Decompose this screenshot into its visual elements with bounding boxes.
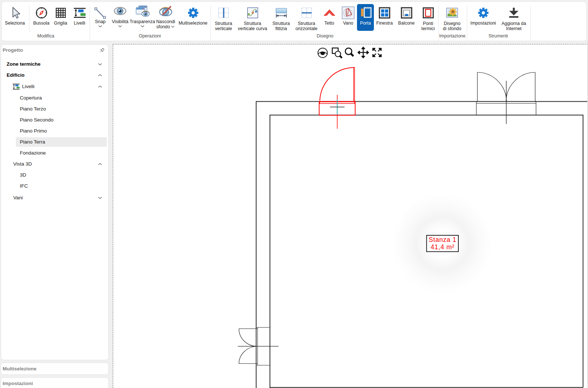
svg-text:41,4 m²: 41,4 m² (431, 243, 455, 251)
svg-text:Stanza 1: Stanza 1 (429, 236, 456, 243)
